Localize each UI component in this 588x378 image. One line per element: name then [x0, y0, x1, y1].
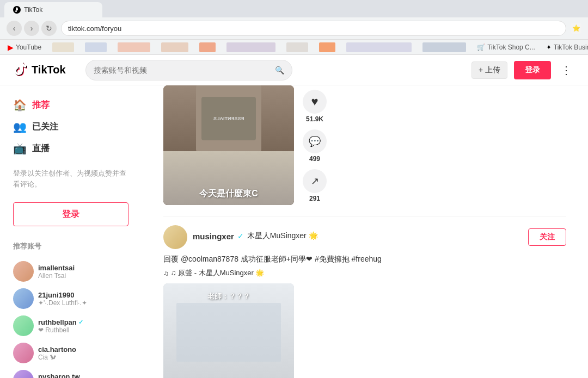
video-1-container: ESSENTIALS 今天是什麼東C [163, 85, 294, 205]
account-real-4: Cia 🐿 [38, 354, 128, 361]
login-prompt: 登录以关注创作者、为视频点赞并查看评论。 [13, 168, 128, 189]
suggested-account-3[interactable]: ruthbellpan ✓ ❤ Ruthbell [13, 312, 128, 339]
account-info-5: pysharon.tw Sharon Wei [38, 373, 128, 379]
tiktok-header: TikTok 🔍 + 上传 登录 ⋮ [0, 55, 588, 85]
header-right: + 上传 登录 ⋮ [471, 61, 575, 79]
video-1-thumbnail[interactable]: ESSENTIALS 今天是什麼東C [163, 85, 294, 205]
verified-badge-3: ✓ [78, 319, 83, 326]
feed-video-2: musingxer ✓ 木星人MuSingxer 🌟 关注 回覆 @coolma… [163, 216, 566, 378]
tiktok-feed: ESSENTIALS 今天是什麼東C [142, 85, 588, 378]
bookmark-thumb5[interactable] [196, 41, 219, 53]
nav-recommend-label: 推荐 [32, 100, 50, 111]
back-button[interactable]: ‹ [7, 21, 22, 36]
bookmark-tiktok-shop[interactable]: 🛒 TikTok Shop C... [474, 42, 538, 52]
suggested-title: 推荐账号 [13, 241, 128, 251]
active-tab[interactable]: TikTok [4, 2, 102, 17]
author-display-2: 木星人MuSingxer 🌟 [247, 231, 318, 241]
suggested-account-5[interactable]: pysharon.tw Sharon Wei [13, 367, 128, 378]
search-input[interactable] [94, 66, 271, 75]
tiktok-sidebar: 🏠 推荐 👥 已关注 📺 直播 登录以关注创作者、为视频点赞并查看评论。 登录 … [0, 85, 142, 378]
live-icon: 📺 [13, 142, 27, 155]
verified-badge-video2: ✓ [237, 232, 244, 240]
author-name-2: musingxer [193, 232, 234, 241]
video-2-author: musingxer ✓ 木星人MuSingxer 🌟 [193, 231, 318, 241]
video-2-description: 回覆 @coolman87878 成功征服老師+同學❤ #免費擁抱 #freeh… [163, 253, 566, 265]
share-count-1: 291 [309, 195, 320, 202]
browser-chrome: TikTok ‹ › ↻ tiktok.com/foryou ⭐ ▶ YouTu… [0, 0, 588, 55]
bookmark-thumb9[interactable] [343, 41, 415, 53]
upload-button[interactable]: + 上传 [471, 61, 507, 79]
suggested-account-2[interactable]: 21juni1990 ✦'·.Dex Luthfi·.✦ [13, 285, 128, 312]
video-2-music: ♫ ♫ 原聲 - 木星人MuSingxer 🌟 [163, 268, 566, 278]
video-1-overlay: 今天是什麼東C [163, 188, 294, 200]
bookmark-tiktok-shop-label: TikTok Shop C... [487, 44, 535, 51]
url-bar[interactable]: tiktok.com/foryou [61, 21, 566, 36]
svg-point-0 [15, 10, 17, 12]
like-count-1: 51.9K [306, 115, 323, 123]
share-icon-1: ↗ [303, 169, 327, 193]
bookmark-thumb1[interactable] [49, 41, 77, 53]
account-real-1: Allen Tsai [38, 272, 128, 280]
bookmark-thumb8[interactable] [316, 41, 339, 53]
heart-icon-1: ♥ [303, 90, 327, 114]
ext-icon-1[interactable]: ⭐ [571, 23, 581, 34]
forward-button[interactable]: › [24, 21, 39, 36]
account-real-3: ❤ Ruthbell [38, 326, 128, 334]
bookmark-thumb10[interactable] [419, 41, 469, 53]
avatar-3 [13, 315, 34, 336]
video-2-avatar[interactable] [163, 225, 187, 249]
account-info-3: ruthbellpan ✓ ❤ Ruthbell [38, 318, 128, 334]
sidebar-login-button[interactable]: 登录 [13, 202, 128, 226]
url-text: tiktok.com/foryou [68, 24, 121, 33]
nav-following-label: 已关注 [32, 121, 58, 133]
more-button[interactable]: ⋮ [558, 61, 575, 79]
nav-live-label: 直播 [32, 143, 50, 154]
avatar-5 [13, 370, 34, 378]
account-name-2: 21juni1990 [38, 291, 128, 299]
account-info-4: cia.hartono Cia 🐿 [38, 345, 128, 361]
bookmark-thumb2[interactable] [82, 41, 110, 53]
nav-live[interactable]: 📺 直播 [13, 138, 128, 159]
sidebar-login-label: 登录 [62, 209, 79, 219]
follow-button-2[interactable]: 关注 [528, 228, 566, 246]
tab-favicon [13, 6, 21, 14]
video-2-overlay-text: 老師：？？？ [207, 292, 250, 301]
tiktok-search-bar[interactable]: 🔍 [85, 60, 292, 80]
bookmark-thumb3[interactable] [114, 41, 154, 53]
suggested-account-4[interactable]: cia.hartono Cia 🐿 [13, 339, 128, 367]
share-button-1[interactable]: ↗ 291 [303, 169, 327, 202]
people-icon: 👥 [13, 120, 27, 133]
nav-buttons: ‹ › ↻ [7, 21, 57, 36]
login-button[interactable]: 登录 [514, 61, 551, 79]
tiktok-logo[interactable]: TikTok [13, 61, 66, 79]
bookmark-youtube-label: YouTube [16, 44, 41, 51]
nav-following[interactable]: 👥 已关注 [13, 116, 128, 138]
account-info-2: 21juni1990 ✦'·.Dex Luthfi·.✦ [38, 291, 128, 307]
account-name-4: cia.hartono [38, 345, 128, 354]
bookmark-thumb7[interactable] [283, 41, 311, 53]
browser-tabs: TikTok [0, 0, 588, 17]
refresh-button[interactable]: ↻ [41, 21, 57, 36]
bookmark-tiktok-biz[interactable]: ✦ TikTok Business C... [543, 42, 588, 52]
bookmark-thumb6[interactable] [223, 41, 279, 53]
video-2-thumbnail-container: 老師：？？？ 免費的擁抱 [163, 283, 566, 378]
video-1-actions: ♥ 51.9K 💬 499 ↗ 291 [303, 85, 327, 205]
login-label: 登录 [525, 65, 540, 74]
video-2-thumbnail[interactable]: 老師：？？？ 免費的擁抱 [163, 283, 294, 378]
suggested-account-1[interactable]: imallentsai Allen Tsai [13, 258, 128, 285]
avatar-2 [13, 288, 34, 309]
avatar-4 [13, 343, 34, 363]
nav-recommend[interactable]: 🏠 推荐 [13, 94, 128, 116]
follow-label-2: 关注 [540, 232, 555, 241]
video-2-author-info: musingxer ✓ 木星人MuSingxer 🌟 [193, 231, 318, 243]
account-name-1: imallentsai [38, 264, 128, 272]
search-icon: 🔍 [275, 66, 284, 75]
tiktok-main: 🏠 推荐 👥 已关注 📺 直播 登录以关注创作者、为视频点赞并查看评论。 登录 … [0, 85, 588, 378]
comment-icon-1: 💬 [303, 129, 327, 153]
bookmark-thumb4[interactable] [158, 41, 192, 53]
tiktok-logo-text: TikTok [32, 64, 66, 76]
comment-button-1[interactable]: 💬 499 [303, 129, 327, 163]
comment-count-1: 499 [309, 155, 320, 163]
bookmark-youtube[interactable]: ▶ YouTube [4, 42, 45, 53]
like-button-1[interactable]: ♥ 51.9K [303, 90, 327, 123]
